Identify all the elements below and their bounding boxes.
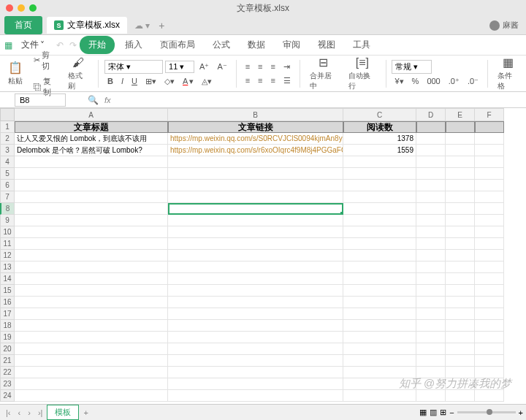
- cell[interactable]: [15, 297, 168, 308]
- cell[interactable]: [343, 343, 416, 355]
- cell[interactable]: [446, 191, 475, 203]
- sheet-nav-first[interactable]: |‹: [3, 408, 14, 418]
- cell[interactable]: [343, 308, 416, 320]
- cell[interactable]: [168, 156, 343, 168]
- cell[interactable]: [446, 332, 475, 343]
- file-tab[interactable]: S 文章模板.xlsx: [47, 17, 127, 34]
- cell[interactable]: [475, 308, 504, 320]
- name-box[interactable]: B8: [15, 93, 66, 107]
- row-header[interactable]: 20: [0, 343, 15, 355]
- cell[interactable]: [416, 191, 446, 203]
- cell[interactable]: [343, 156, 416, 168]
- font-select[interactable]: 宋体 ▾: [104, 60, 163, 74]
- menu-view[interactable]: 视图: [310, 36, 343, 54]
- percent-icon[interactable]: %: [409, 75, 422, 87]
- align-middle-icon[interactable]: ≡: [255, 61, 265, 72]
- cell[interactable]: [475, 332, 504, 343]
- format-painter-button[interactable]: 🖌格式刷: [64, 54, 92, 93]
- cell[interactable]: [168, 343, 343, 355]
- row-header[interactable]: 1: [0, 121, 15, 133]
- increase-font-icon[interactable]: A⁺: [197, 61, 212, 73]
- sheet-nav-last[interactable]: ›|: [35, 408, 46, 418]
- cell[interactable]: [168, 226, 343, 238]
- cell[interactable]: [446, 180, 475, 191]
- row-header[interactable]: 6: [0, 180, 15, 191]
- cell[interactable]: [343, 320, 416, 332]
- row-header[interactable]: 2: [0, 133, 15, 145]
- cell[interactable]: [416, 168, 446, 180]
- sheet-nav-prev[interactable]: ‹: [15, 408, 24, 418]
- cell[interactable]: [168, 238, 343, 250]
- cloud-sync-icon[interactable]: ☁ ▾: [134, 20, 150, 31]
- cell[interactable]: [15, 180, 168, 191]
- cell[interactable]: [475, 121, 504, 133]
- cell[interactable]: 文章链接: [168, 121, 343, 133]
- align-left-icon[interactable]: ≡: [243, 75, 253, 86]
- cell[interactable]: [168, 203, 343, 215]
- cell[interactable]: [168, 250, 343, 261]
- sheet-nav-next[interactable]: ›: [25, 408, 34, 418]
- cell[interactable]: [416, 261, 446, 273]
- cell[interactable]: [15, 273, 168, 285]
- column-header[interactable]: E: [446, 108, 475, 121]
- row-header[interactable]: 9: [0, 215, 15, 226]
- column-header[interactable]: C: [343, 108, 416, 121]
- cell[interactable]: [343, 355, 416, 367]
- menu-insert[interactable]: 插入: [118, 36, 150, 54]
- cell[interactable]: [15, 238, 168, 250]
- paste-button[interactable]: 📋粘贴: [4, 58, 26, 88]
- cell[interactable]: [168, 285, 343, 297]
- cell[interactable]: [416, 238, 446, 250]
- cell[interactable]: [15, 168, 168, 180]
- row-header[interactable]: 17: [0, 308, 15, 320]
- row-header[interactable]: 4: [0, 156, 15, 168]
- cell[interactable]: [343, 273, 416, 285]
- cell[interactable]: [343, 191, 416, 203]
- cell[interactable]: [416, 121, 446, 133]
- wrap-icon[interactable]: ⇥: [281, 61, 293, 73]
- menu-tools[interactable]: 工具: [346, 36, 378, 54]
- cell[interactable]: [416, 203, 446, 215]
- cell[interactable]: [15, 390, 168, 402]
- cell[interactable]: [343, 390, 416, 402]
- maximize-window-button[interactable]: [29, 4, 37, 12]
- cell[interactable]: [15, 308, 168, 320]
- cell[interactable]: [446, 343, 475, 355]
- insert-function-icon[interactable]: 🔍: [88, 95, 99, 105]
- column-header[interactable]: D: [416, 108, 446, 121]
- cell[interactable]: [446, 168, 475, 180]
- view-normal-icon[interactable]: ▦: [419, 408, 427, 417]
- cell[interactable]: [168, 297, 343, 308]
- cell[interactable]: [343, 250, 416, 261]
- cell[interactable]: [15, 367, 168, 378]
- row-header[interactable]: 24: [0, 390, 15, 402]
- cell[interactable]: [475, 250, 504, 261]
- cell[interactable]: [15, 285, 168, 297]
- user-menu[interactable]: 麻酱: [489, 20, 519, 31]
- cell[interactable]: [475, 180, 504, 191]
- cell[interactable]: [446, 121, 475, 133]
- add-sheet-button[interactable]: +: [80, 408, 91, 418]
- inc-decimal-icon[interactable]: .0⁺: [446, 75, 462, 88]
- row-header[interactable]: 14: [0, 273, 15, 285]
- cell[interactable]: [446, 226, 475, 238]
- row-header[interactable]: 19: [0, 332, 15, 343]
- align-bottom-icon[interactable]: ≡: [268, 61, 278, 72]
- cell[interactable]: [15, 320, 168, 332]
- cell[interactable]: [416, 285, 446, 297]
- cell[interactable]: [15, 215, 168, 226]
- cell[interactable]: [168, 367, 343, 378]
- cell[interactable]: Delombok 是个啥？居然可破 Lombok?: [15, 145, 168, 156]
- cell[interactable]: [168, 168, 343, 180]
- cell[interactable]: [15, 250, 168, 261]
- row-header[interactable]: 10: [0, 226, 15, 238]
- cell[interactable]: [343, 238, 416, 250]
- cell[interactable]: [168, 261, 343, 273]
- zoom-out-icon[interactable]: −: [449, 408, 454, 417]
- cell[interactable]: [168, 215, 343, 226]
- select-all-corner[interactable]: [0, 108, 15, 121]
- cell[interactable]: [15, 226, 168, 238]
- cell[interactable]: [475, 238, 504, 250]
- cell[interactable]: [475, 133, 504, 145]
- view-layout-icon[interactable]: ⊞: [440, 408, 446, 417]
